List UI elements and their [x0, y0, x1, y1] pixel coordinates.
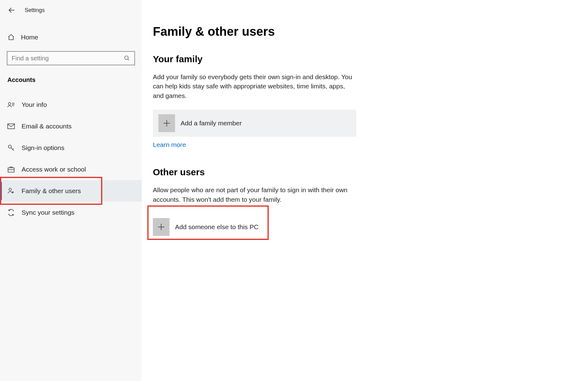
sidebar-item-label: Access work or school: [22, 166, 86, 173]
plus-icon: [153, 218, 169, 236]
home-label: Home: [21, 34, 38, 41]
sidebar-item-label: Email & accounts: [22, 123, 71, 130]
search-input[interactable]: [12, 55, 124, 62]
settings-window: Settings Home Accounts: [0, 0, 588, 381]
add-other-user-button[interactable]: Add someone else to this PC: [153, 213, 356, 241]
sidebar-item-family[interactable]: Family & other users: [0, 180, 142, 202]
family-description: Add your family so everybody gets their …: [153, 72, 356, 100]
sidebar-header: Settings: [0, 2, 142, 18]
back-button[interactable]: [7, 6, 16, 14]
sidebar-item-label: Your info: [22, 101, 47, 108]
window-title: Settings: [25, 7, 45, 14]
user-card-icon: [7, 101, 15, 108]
plus-icon: [158, 114, 175, 132]
sidebar-category: Accounts: [0, 76, 142, 83]
sidebar-item-label: Sign-in options: [22, 144, 64, 152]
add-other-user-label: Add someone else to this PC: [175, 223, 259, 231]
briefcase-icon: [7, 166, 15, 173]
svg-point-8: [8, 145, 11, 148]
search-icon: [124, 55, 130, 61]
sidebar-item-your-info[interactable]: Your info: [0, 94, 142, 116]
back-arrow-icon: [8, 6, 16, 14]
sidebar-item-signin[interactable]: Sign-in options: [0, 137, 142, 159]
svg-line-10: [13, 148, 14, 149]
sidebar-item-email[interactable]: Email & accounts: [0, 116, 142, 137]
mail-icon: [7, 123, 15, 130]
other-users-heading: Other users: [153, 167, 588, 177]
sidebar-item-label: Sync your settings: [22, 209, 75, 216]
svg-point-1: [125, 56, 129, 60]
sidebar-item-work-school[interactable]: Access work or school: [0, 159, 142, 180]
people-add-icon: [7, 187, 15, 195]
add-family-member-button[interactable]: Add a family member: [153, 110, 356, 137]
content-pane: Family & other users Your family Add you…: [142, 0, 588, 381]
svg-point-3: [8, 103, 11, 105]
sidebar: Settings Home Accounts: [0, 0, 142, 381]
sidebar-home[interactable]: Home: [0, 30, 142, 45]
svg-rect-11: [8, 168, 14, 172]
sync-icon: [7, 209, 15, 216]
key-icon: [7, 144, 15, 152]
family-heading: Your family: [153, 54, 588, 64]
svg-point-13: [9, 188, 11, 191]
svg-line-2: [128, 59, 129, 60]
add-family-label: Add a family member: [181, 120, 242, 127]
sidebar-item-sync[interactable]: Sync your settings: [0, 202, 142, 223]
other-users-action-wrapper: Add someone else to this PC: [153, 213, 356, 241]
search-box[interactable]: [7, 51, 135, 65]
sidebar-item-label: Family & other users: [22, 187, 81, 195]
learn-more-link[interactable]: Learn more: [153, 141, 186, 148]
other-users-description: Allow people who are not part of your fa…: [153, 185, 356, 204]
svg-rect-7: [8, 124, 14, 129]
page-title: Family & other users: [153, 25, 588, 39]
home-icon: [7, 34, 15, 41]
